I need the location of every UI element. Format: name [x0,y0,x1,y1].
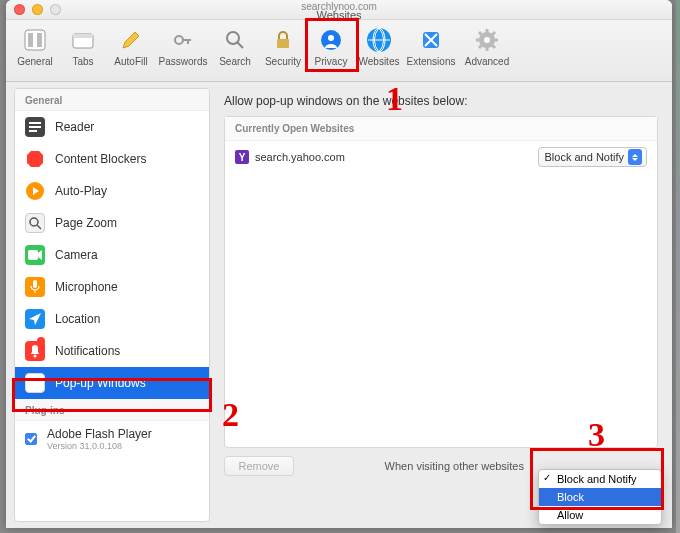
microphone-icon [25,277,45,297]
privacy-icon [317,26,345,54]
pencil-icon [117,26,145,54]
svg-point-21 [30,218,38,226]
toolbar-search[interactable]: Search [212,24,258,67]
toolbar-privacy[interactable]: Privacy [308,24,354,67]
sidebar-item-label: Pop-up Windows [55,376,146,390]
svg-point-9 [328,35,334,41]
content-area: General Reader Content Blockers Auto-Pla… [6,82,672,528]
sidebar-item-label: Camera [55,248,98,262]
toolbar-label: Security [260,56,306,67]
window-title: Websites [6,11,672,20]
toolbar-label: General [12,56,58,67]
svg-rect-4 [73,34,93,38]
sidebar-item-popup-windows[interactable]: Pop-up Windows [15,367,209,399]
svg-rect-17 [29,130,37,132]
sidebar-item-label: Adobe Flash Player [47,427,152,441]
plugin-checkbox[interactable] [25,433,37,445]
toolbar-general[interactable]: General [12,24,58,67]
svg-rect-24 [33,280,37,288]
toolbar-label: Passwords [156,56,210,67]
location-icon [25,309,45,329]
sidebar-item-camera[interactable]: Camera [15,239,209,271]
remove-button[interactable]: Remove [224,456,294,476]
toolbar-passwords[interactable]: Passwords [156,24,210,67]
svg-point-5 [175,36,183,44]
dropdown-option-block-and-notify[interactable]: Block and Notify [539,470,661,488]
svg-rect-1 [28,33,33,47]
play-icon [25,181,45,201]
yahoo-favicon: Y [235,150,249,164]
sidebar-item-label: Location [55,312,100,326]
list-header: Currently Open Websites [225,117,657,141]
toolbar-label: Extensions [404,56,458,67]
website-row[interactable]: Y search.yahoo.com Block and Notify [225,141,657,173]
svg-marker-23 [38,250,42,260]
switches-icon [21,26,49,54]
main-panel: Allow pop-up windows on the websites bel… [210,82,672,528]
svg-rect-26 [28,378,42,381]
stepper-arrows-icon [628,149,642,165]
sidebar-item-label: Reader [55,120,94,134]
plugin-version: Version 31.0.0.108 [47,441,152,451]
sidebar-item-location[interactable]: Location [15,303,209,335]
sidebar-section-general: General [15,89,209,111]
globe-icon [365,26,393,54]
background-decor [676,0,680,533]
sidebar-item-label: Page Zoom [55,216,117,230]
sidebar-item-auto-play[interactable]: Auto-Play [15,175,209,207]
site-setting-popup[interactable]: Block and Notify [538,147,647,167]
titlebar: searchlynoo.com Websites [6,0,672,20]
svg-rect-27 [28,381,42,389]
svg-marker-18 [27,151,43,167]
svg-rect-2 [37,33,42,47]
search-icon [221,26,249,54]
dropdown-option-allow[interactable]: Allow [539,506,661,524]
puzzle-icon [417,26,445,54]
notification-badge [37,337,45,345]
reader-icon [25,117,45,137]
toolbar-label: Websites [356,56,402,67]
zoom-icon [25,213,45,233]
svg-point-14 [484,37,490,43]
other-websites-dropdown[interactable]: Block and Notify Block Allow [538,469,662,525]
website-list: Currently Open Websites Y search.yahoo.c… [224,116,658,448]
toolbar-extensions[interactable]: Extensions [404,24,458,67]
toolbar-security[interactable]: Security [260,24,306,67]
sidebar-item-content-blockers[interactable]: Content Blockers [15,143,209,175]
svg-rect-16 [29,126,41,128]
toolbar-autofill[interactable]: AutoFill [108,24,154,67]
popup-value: Block and Notify [545,151,624,163]
other-websites-label: When visiting other websites [385,460,524,472]
sidebar-item-label: Content Blockers [55,152,146,166]
svg-rect-7 [277,39,289,48]
toolbar-label: Tabs [60,56,106,67]
svg-point-25 [34,355,37,358]
svg-rect-15 [29,122,41,124]
tabs-icon [69,26,97,54]
toolbar-label: Search [212,56,258,67]
sidebar-item-label: Microphone [55,280,118,294]
sidebar-item-microphone[interactable]: Microphone [15,271,209,303]
sidebar-item-flash[interactable]: Adobe Flash Player Version 31.0.0.108 [15,421,209,457]
preferences-window: searchlynoo.com Websites General Tabs Au… [6,0,672,528]
sidebar-item-label: Auto-Play [55,184,107,198]
gear-icon [473,26,501,54]
sidebar-item-notifications[interactable]: Notifications [15,335,209,367]
sidebar-item-label: Notifications [55,344,120,358]
sidebar-item-reader[interactable]: Reader [15,111,209,143]
lock-icon [269,26,297,54]
sidebar-item-page-zoom[interactable]: Page Zoom [15,207,209,239]
preferences-toolbar: General Tabs AutoFill Passwords Search S… [6,20,672,82]
toolbar-label: AutoFill [108,56,154,67]
toolbar-advanced[interactable]: Advanced [460,24,514,67]
stop-icon [25,149,45,169]
camera-icon [25,245,45,265]
sidebar: General Reader Content Blockers Auto-Pla… [14,88,210,522]
svg-rect-22 [28,250,38,260]
key-icon [169,26,197,54]
dropdown-option-block[interactable]: Block [539,488,661,506]
website-domain: search.yahoo.com [255,151,345,163]
toolbar-tabs[interactable]: Tabs [60,24,106,67]
toolbar-websites[interactable]: Websites [356,24,402,67]
sidebar-section-plugins: Plug-ins [15,399,209,421]
